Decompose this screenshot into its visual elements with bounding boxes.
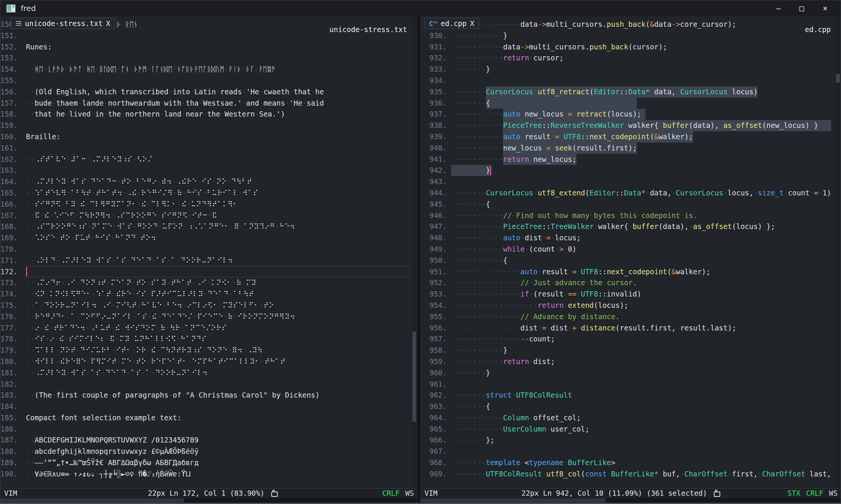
code-line[interactable]: 156.··(Old·English,·which·transcribed·in… (0, 86, 412, 98)
scrollbar-thumb[interactable] (0, 498, 184, 502)
code-line[interactable]: 957.················--count; (421, 333, 835, 345)
tab-close-icon[interactable]: X (470, 19, 474, 28)
code-line[interactable]: 169.··⠡⠕⠎⠑·⠞⠕·⠏⠥⠞·⠓⠊⠎·⠓⠁⠝⠙·⠞⠕⠲ (0, 232, 412, 244)
code-line[interactable]: 949.············while·(count·>·0) (421, 244, 835, 255)
code-line[interactable]: 943. (421, 176, 835, 187)
code-line[interactable]: 931.············data->multi_cursors.push… (421, 41, 835, 53)
code-line[interactable]: 178.··⠊⠎·⠔·⠮·⠎⠊⠍⠊⠇⠑⠆·⠯·⠍⠽·⠥⠝⠓⠁⠇⠇⠪⠫·⠓⠁⠝⠙⠎ (0, 333, 412, 345)
code-line[interactable]: 181.··⠠⠍⠜⠇⠑⠽·⠺⠁⠎·⠁⠎·⠙⠑⠁⠙·⠁⠎·⠁·⠙⠕⠕⠗⠤⠝⠁⠊⠇⠲ (0, 367, 412, 379)
code-line[interactable]: 174.··⠪⠝·⠅⠝⠪⠇⠫⠛⠑⠂·⠱⠁⠞·⠮⠗⠑·⠊⠎·⠏⠜⠞⠊⠉⠥⠇⠜⠇⠽·… (0, 289, 412, 300)
code-area[interactable]: 929.················data->multi_cursors.… (421, 24, 835, 480)
maximize-button[interactable]: □ (790, 0, 813, 16)
code-line[interactable]: 154.··ᚻᛖ·ᚳᚹᚫᚦ·ᚦᚫᛏ·ᚻᛖ·ᛒᚢᛞᛖ·ᚩᚾ·ᚦᚫᛗ·ᛚᚪᚾᛞᛖ·ᚾ… (0, 64, 412, 75)
code-line[interactable]: 967. (421, 446, 835, 457)
minimize-button[interactable]: — (767, 0, 790, 16)
tab-close-icon[interactable]: X (106, 19, 110, 28)
text-editor-right[interactable]: 929.················data->multi_cursors.… (421, 16, 841, 489)
scrollbar-thumb[interactable] (836, 74, 840, 83)
close-button[interactable]: × (813, 0, 837, 16)
code-line[interactable]: 189.··–—‘“”„†•…‰™œŠŸž€·ΑΒΓΔΩαβγδω·АБВГДа… (0, 457, 412, 469)
code-line[interactable]: 932.············return·cursor; (421, 52, 835, 64)
vertical-scrollbar[interactable] (835, 16, 841, 489)
code-line[interactable]: 190.··∀∂∈ℝ∧∪≡∞·↑↗↨↻⇣·┐┼╔╘░►☺♀·ﬁ�⑀₂ἠḂӥẄɐ:… (0, 469, 412, 480)
code-line[interactable]: 179.··⠩⠁⠇⠇·⠝⠕⠞·⠙⠊⠌⠥⠗⠃·⠊⠞⠂·⠕⠗·⠮·⠉⠳⠝⠞⠗⠽⠰⠎·… (0, 345, 412, 356)
code-line[interactable]: 170. (0, 244, 412, 255)
code-line[interactable]: 186. (0, 424, 412, 435)
text-editor-left[interactable]: 150.ᚠᛚᚩᛞᚢ·ᚹᛁᚦ·ᚦᚪᛗ·ᚹᛖᛥᚫ·ᛒᛁᚦ·ᚱᛖᚾ151.152.Ru… (0, 16, 417, 489)
tab-ed-cpp[interactable]: C++ ed.cpp X (424, 18, 479, 29)
code-line[interactable]: 947.············PieceTree::TreeWalker·wa… (421, 221, 835, 232)
code-line[interactable]: 160.Braille: (0, 131, 412, 143)
code-line[interactable]: 188.··abcdefghijklmnopqrstuvwxyz·£©µÀÆÖÞ… (0, 446, 412, 457)
code-line[interactable]: 963.········{ (421, 401, 835, 412)
code-line[interactable]: 964.············Column·offset_col; (421, 412, 835, 424)
code-line[interactable]: 161. (0, 143, 412, 154)
code-line[interactable]: 930.············} (421, 30, 835, 41)
code-line[interactable]: 966.········}; (421, 435, 835, 446)
code-line[interactable]: 153. (0, 52, 412, 64)
code-line[interactable]: 945.········{ (421, 199, 835, 210)
code-line[interactable]: 959.············return·dist; (421, 356, 835, 367)
scrollbar-thumb[interactable] (412, 332, 416, 422)
code-line[interactable]: 954.····················return·extend(lo… (421, 300, 835, 311)
code-line[interactable]: 934. (421, 75, 835, 86)
code-line[interactable]: 965.············UserColumn·user_col; (421, 424, 835, 435)
code-line[interactable]: 182. (0, 379, 412, 390)
code-line[interactable]: 958.············} (421, 345, 835, 356)
code-area[interactable]: 150.ᚠᛚᚩᛞᚢ·ᚹᛁᚦ·ᚦᚪᛗ·ᚹᛖᛥᚫ·ᛒᛁᚦ·ᚱᛖᚾ151.152.Ru… (0, 24, 412, 480)
code-line[interactable]: 185.Compact·font·selection·example·text: (0, 412, 412, 424)
code-line[interactable]: 955.················//·Advance·by·distan… (421, 311, 835, 323)
window-resize-edge[interactable] (0, 503, 841, 504)
code-line[interactable]: 158.··that·he·lived·in·the·northern·land… (0, 109, 412, 120)
code-line[interactable]: 948.············auto·dist·=·locus; (421, 232, 835, 244)
code-line[interactable]: 937.············auto·new_locus·=·retract… (421, 109, 835, 120)
code-line[interactable]: 940.············new_locus·=·seek(result.… (421, 143, 835, 154)
code-line[interactable]: 952.················//·Just·advance·the·… (421, 277, 835, 289)
code-line[interactable]: 152.Runes: (0, 41, 412, 53)
code-line[interactable]: 935.········CursorLocus·utf8_retract(Edi… (421, 86, 835, 98)
code-line[interactable]: 962.········struct·UTF8ColResult (421, 390, 835, 401)
code-line[interactable]: 168.··⠠⠎⠉⠗⠕⠕⠛⠑⠰⠎·⠝⠁⠍⠑·⠺⠁⠎·⠛⠕⠕⠙·⠥⠏⠕⠝·⠰⠠⠡⠁… (0, 221, 412, 232)
horizontal-scrollbar[interactable] (421, 498, 841, 503)
horizontal-scrollbar[interactable] (0, 498, 417, 503)
code-line[interactable]: 941.············return·new_locus; (421, 154, 835, 165)
code-line[interactable]: 953.················if·(result·==·UTF8::… (421, 289, 835, 300)
code-line[interactable]: 165.··⠱⠁⠞⠑⠧⠻·⠁⠃⠳⠞·⠞⠓⠁⠞⠲·⠠⠮·⠗⠑⠛⠊⠌⠻·⠷·⠓⠊⠎·… (0, 187, 412, 199)
code-line[interactable]: 961. (421, 379, 835, 390)
code-line[interactable]: 173.··⠠⠍⠔⠙⠖·⠠⠊·⠙⠕⠝⠰⠞·⠍⠑⠁⠝·⠞⠕·⠎⠁⠽·⠞⠓⠁⠞·⠠⠊… (0, 277, 412, 289)
code-line[interactable]: 177.··⠔·⠮·⠞⠗⠁⠙⠑⠲·⠠⠃⠥⠞·⠮·⠺⠊⠎⠙⠕⠍·⠷·⠳⠗·⠁⠝⠉⠑… (0, 323, 412, 334)
code-line[interactable]: 162.··⠠⠎⠞⠁⠧⠑·⠼⠁⠒·⠠⠍⠜⠇⠑⠽⠰⠎·⠣⠕⠌ (0, 154, 412, 165)
vertical-scrollbar[interactable] (411, 16, 417, 489)
code-line[interactable]: 155. (0, 75, 412, 86)
tab-unicode-stress[interactable]: unicode-stress.txt X (11, 18, 115, 29)
code-line[interactable]: 942.········} (421, 165, 835, 176)
code-line[interactable]: 960.········} (421, 367, 835, 379)
code-line[interactable]: 175.··⠁·⠙⠕⠕⠗⠤⠝⠁⠊⠇⠲·⠠⠊·⠍⠊⠣⠞·⠓⠁⠧⠑·⠃⠑⠲·⠔⠉⠇⠔… (0, 300, 412, 311)
code-line[interactable]: 968.········template·<typename·BufferLik… (421, 457, 835, 469)
code-line[interactable]: 184. (0, 401, 412, 412)
code-line[interactable]: 164.··⠠⠍⠜⠇⠑⠽·⠺⠁⠎·⠙⠑⠁⠙⠒·⠞⠕·⠃⠑⠛⠔·⠾⠲·⠠⠮⠗⠑·⠊… (0, 176, 412, 187)
pane-divider[interactable] (417, 16, 421, 504)
code-line[interactable]: 166.··⠎⠊⠛⠝⠫·⠃⠽·⠮·⠉⠇⠻⠛⠽⠍⠁⠝⠂·⠮·⠉⠇⠻⠅⠂·⠮·⠥⠝⠙… (0, 199, 412, 210)
code-line[interactable]: 938.············PieceTree::ReverseTreeWa… (421, 120, 835, 131)
code-line[interactable]: 157.··bude·thaem·lande·northweardum·with… (0, 98, 412, 109)
code-line[interactable]: 167.··⠯·⠮·⠡⠊⠑⠋·⠍⠳⠗⠝⠻⠲·⠠⠎⠉⠗⠕⠕⠛⠑·⠎⠊⠛⠝⠫·⠊⠞⠒… (0, 210, 412, 221)
code-line[interactable]: 172. (0, 266, 412, 278)
code-line[interactable]: 163. (0, 165, 412, 176)
code-line[interactable]: 933.········} (421, 64, 835, 75)
code-line[interactable]: 183.··(The·first·couple·of·paragraphs·of… (0, 390, 412, 401)
code-line[interactable]: 171.··⠠⠕⠇⠙·⠠⠍⠜⠇⠑⠽·⠺⠁⠎·⠁⠎·⠙⠑⠁⠙·⠁⠎·⠁·⠙⠕⠕⠗⠤… (0, 255, 412, 266)
code-line[interactable]: 159. (0, 120, 412, 131)
scrollbar-thumb[interactable] (421, 498, 606, 502)
code-line[interactable]: 176.··⠗⠑⠛⠜⠙⠂·⠁·⠉⠕⠋⠋⠔⠤⠝⠁⠊⠇·⠁⠎·⠮·⠙⠑⠁⠙⠑⠌·⠏⠊… (0, 311, 412, 323)
code-line[interactable]: 187.··ABCDEFGHIJKLMNOPQRSTUVWXYZ·/012345… (0, 435, 412, 446)
code-line[interactable]: 950.············{ (421, 255, 835, 266)
code-line[interactable]: 944.········CursorLocus·utf8_extend(Edit… (421, 187, 835, 199)
code-line[interactable]: 939.············auto·result·=·UTF8::next… (421, 131, 835, 143)
code-line[interactable]: 951.················auto·result·=·UTF8::… (421, 266, 835, 278)
code-line[interactable]: 180.··⠺⠊⠇⠇·⠮⠗⠑⠿⠑·⠏⠻⠍⠊⠞·⠍⠑·⠞⠕·⠗⠑⠏⠑⠁⠞⠂·⠑⠍⠏… (0, 356, 412, 367)
code-line[interactable]: 946.············//·Find·out·how·many·byt… (421, 210, 835, 221)
code-line[interactable]: 936.········{ (421, 98, 835, 109)
code-line[interactable]: 956.················dist·=·dist·+·distan… (421, 323, 835, 334)
code-line[interactable]: 969.········UTF8ColResult·utf8_col(const… (421, 469, 835, 480)
